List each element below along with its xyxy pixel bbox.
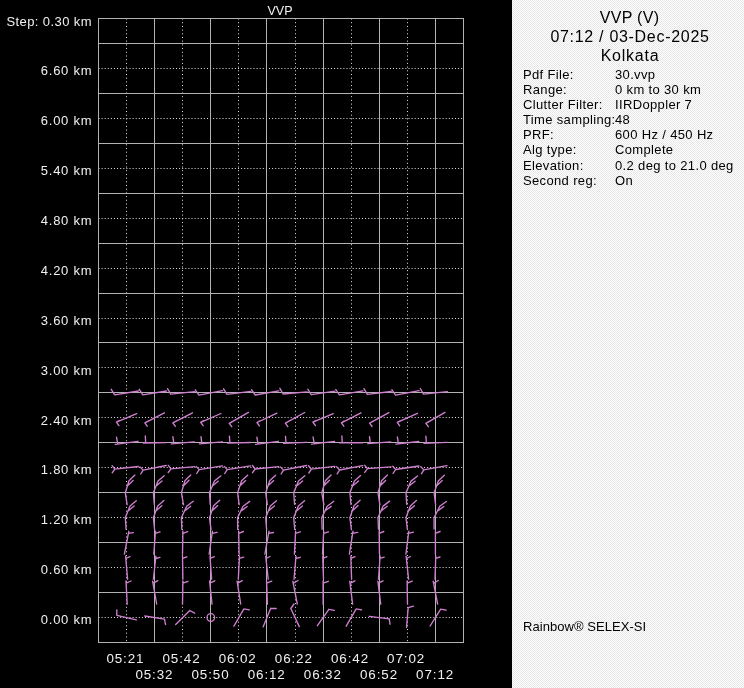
svg-text:06:42: 06:42: [331, 651, 369, 666]
svg-text:06:32: 06:32: [304, 667, 342, 682]
svg-text:600 Hz / 450 Hz: 600 Hz / 450 Hz: [615, 127, 713, 142]
svg-text:3.60 km: 3.60 km: [41, 313, 93, 328]
svg-text:Range:: Range:: [523, 82, 567, 97]
svg-text:Time sampling:: Time sampling:: [523, 112, 616, 127]
svg-text:Second reg:: Second reg:: [523, 173, 597, 188]
svg-text:06:02: 06:02: [219, 651, 257, 666]
svg-text:PRF:: PRF:: [523, 127, 554, 142]
svg-text:4.20 km: 4.20 km: [41, 263, 93, 278]
svg-text:06:12: 06:12: [248, 667, 286, 682]
svg-text:30.vvp: 30.vvp: [615, 67, 655, 82]
svg-text:0 km to 30 km: 0 km to 30 km: [615, 82, 701, 97]
svg-text:Clutter Filter:: Clutter Filter:: [523, 97, 603, 112]
svg-text:Alg type:: Alg type:: [523, 142, 577, 157]
svg-text:VVP: VVP: [267, 4, 292, 18]
svg-text:Kolkata: Kolkata: [601, 47, 660, 64]
svg-text:05:42: 05:42: [162, 651, 200, 666]
svg-text:0.00 km: 0.00 km: [41, 612, 93, 627]
svg-text:06:22: 06:22: [275, 651, 313, 666]
svg-text:3.00 km: 3.00 km: [41, 363, 93, 378]
svg-text:05:32: 05:32: [135, 667, 173, 682]
svg-text:07:12: 07:12: [416, 667, 454, 682]
svg-text:07:02: 07:02: [387, 651, 425, 666]
svg-text:6.00 km: 6.00 km: [41, 113, 93, 128]
svg-text:Step: 0.30 km: Step: 0.30 km: [7, 14, 92, 29]
svg-text:05:50: 05:50: [191, 667, 229, 682]
svg-text:4.80 km: 4.80 km: [41, 213, 93, 228]
svg-text:1.80 km: 1.80 km: [41, 462, 93, 477]
svg-text:48: 48: [615, 112, 630, 127]
svg-text:5.40 km: 5.40 km: [41, 163, 93, 178]
svg-text:2.40 km: 2.40 km: [41, 413, 93, 428]
svg-text:07:12 / 03-Dec-2025: 07:12 / 03-Dec-2025: [550, 28, 709, 45]
svg-text:0.2 deg to 21.0 deg: 0.2 deg to 21.0 deg: [615, 158, 734, 173]
svg-text:Elevation:: Elevation:: [523, 158, 584, 173]
svg-text:0.60 km: 0.60 km: [41, 562, 93, 577]
svg-text:IIRDoppler 7: IIRDoppler 7: [615, 97, 692, 112]
svg-text:On: On: [615, 173, 633, 188]
svg-text:Rainbow® SELEX-SI: Rainbow® SELEX-SI: [523, 619, 646, 634]
svg-text:VVP (V): VVP (V): [600, 9, 660, 26]
svg-text:6.60 km: 6.60 km: [41, 63, 93, 78]
svg-text:1.20 km: 1.20 km: [41, 512, 93, 527]
svg-text:Complete: Complete: [615, 142, 673, 157]
svg-text:06:52: 06:52: [360, 667, 398, 682]
svg-text:Pdf File:: Pdf File:: [523, 67, 574, 82]
svg-text:05:21: 05:21: [106, 651, 144, 666]
